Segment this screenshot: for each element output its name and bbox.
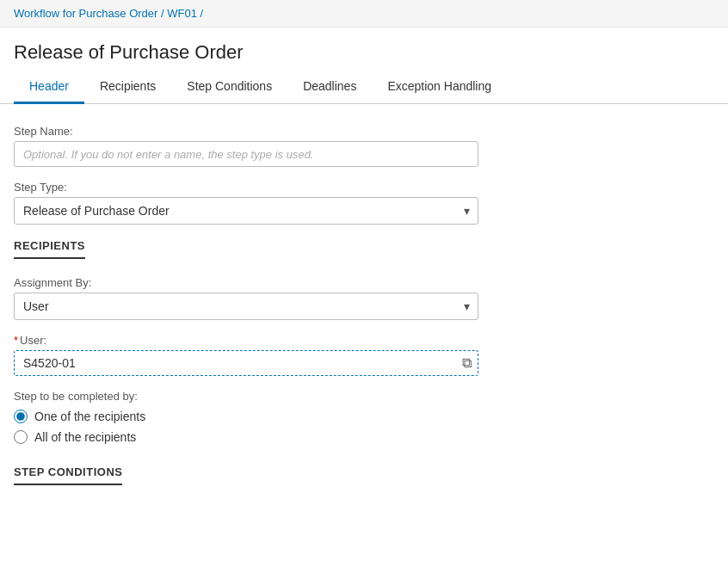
tab-header[interactable]: Header (14, 71, 84, 104)
user-input-wrapper: ⧉ (14, 350, 478, 376)
step-completed-label: Step to be completed by: (14, 390, 714, 403)
recipients-section: RECIPIENTS Assignment By: User ▾ User: ⧉… (14, 238, 714, 444)
radio-all-label: All of the recipients (34, 430, 136, 444)
step-type-select-wrapper: Release of Purchase Order ▾ (14, 197, 478, 225)
user-group: User: ⧉ (14, 334, 478, 376)
tab-step-conditions[interactable]: Step Conditions (171, 71, 287, 104)
tabs-nav: Header Recipients Step Conditions Deadli… (0, 71, 728, 104)
radio-all-input[interactable] (14, 430, 28, 444)
copy-icon[interactable]: ⧉ (462, 355, 472, 371)
radio-one-input[interactable] (14, 410, 28, 423)
tab-recipients[interactable]: Recipients (84, 71, 171, 104)
breadcrumb-link-workflow[interactable]: Workflow for Purchase Order (14, 7, 157, 20)
step-type-select[interactable]: Release of Purchase Order (14, 197, 478, 225)
assignment-by-select-wrapper: User ▾ (14, 293, 478, 320)
step-conditions-title: STEP CONDITIONS (14, 465, 122, 485)
step-name-group: Step Name: (14, 125, 478, 167)
radio-one-label: One of the recipients (34, 410, 145, 423)
tab-exception-handling[interactable]: Exception Handling (372, 71, 507, 104)
assignment-by-group: Assignment By: User ▾ (14, 276, 478, 320)
step-type-group: Step Type: Release of Purchase Order ▾ (14, 181, 478, 225)
step-conditions-section: STEP CONDITIONS (14, 465, 714, 502)
step-type-label: Step Type: (14, 181, 478, 194)
user-label: User: (14, 334, 478, 347)
radio-one-of-recipients[interactable]: One of the recipients (14, 410, 714, 423)
breadcrumb-separator-2: / (201, 7, 204, 20)
step-name-label: Step Name: (14, 125, 478, 138)
step-completed-group: Step to be completed by: One of the reci… (14, 390, 714, 444)
assignment-by-select[interactable]: User (14, 293, 478, 320)
step-name-input[interactable] (14, 141, 478, 167)
breadcrumb: Workflow for Purchase Order / WF01 / (0, 0, 728, 28)
radio-group: One of the recipients All of the recipie… (14, 410, 714, 444)
breadcrumb-link-wf01[interactable]: WF01 (167, 7, 197, 20)
tab-deadlines[interactable]: Deadlines (287, 71, 372, 104)
radio-all-of-recipients[interactable]: All of the recipients (14, 430, 714, 444)
user-input[interactable] (14, 350, 478, 376)
page-title: Release of Purchase Order (0, 28, 728, 71)
recipients-section-title: RECIPIENTS (14, 239, 85, 259)
main-content: Step Name: Step Type: Release of Purchas… (0, 104, 728, 523)
assignment-by-label: Assignment By: (14, 276, 478, 289)
